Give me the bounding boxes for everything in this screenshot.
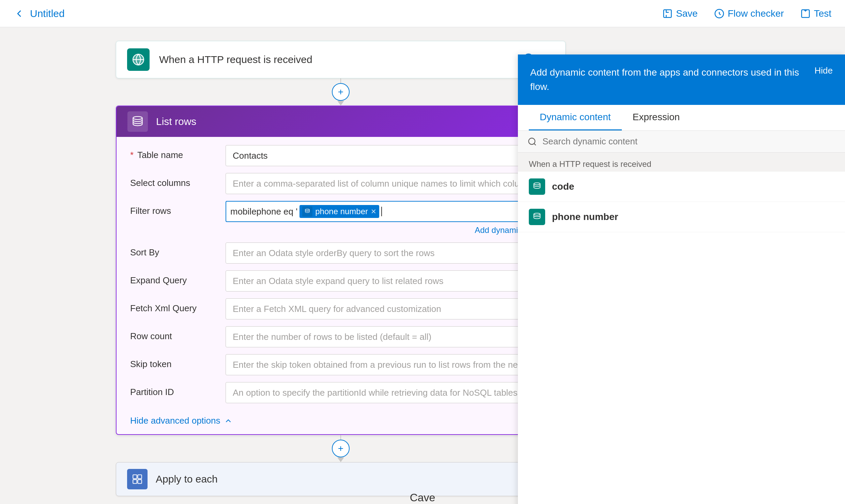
add-step-button-2[interactable]: +: [332, 440, 350, 457]
filter-tag-label: phone number: [315, 207, 368, 216]
dynamic-item-code[interactable]: code: [518, 172, 845, 202]
dynamic-panel-header: Add dynamic content from the apps and co…: [518, 54, 845, 105]
trigger-icon: [127, 48, 150, 71]
list-rows-header[interactable]: List rows: [117, 106, 565, 137]
dynamic-panel-hide-button[interactable]: Hide: [815, 65, 833, 76]
row-count-row: Row count Enter the number of rows to be…: [130, 326, 551, 347]
sort-by-input[interactable]: Enter an Odata style orderBy query to so…: [226, 242, 551, 264]
phone-db-icon: [532, 212, 542, 222]
dynamic-content-panel: Add dynamic content from the apps and co…: [518, 54, 845, 504]
dynamic-item-phone-label: phone number: [552, 211, 618, 222]
dynamic-item-phone-number[interactable]: phone number: [518, 202, 845, 232]
topbar-actions: Save Flow checker Test: [662, 8, 831, 19]
save-label: Save: [676, 8, 698, 19]
svg-line-18: [534, 143, 536, 145]
filter-rows-row: Filter rows mobilephone eq ': [130, 201, 551, 236]
add-step-button-1[interactable]: +: [332, 83, 350, 101]
table-name-required: *: [130, 150, 134, 160]
skip-token-input[interactable]: Enter the skip token obtained from a pre…: [226, 354, 551, 375]
svg-rect-13: [133, 475, 137, 478]
select-columns-placeholder: Enter a comma-separated list of column u…: [233, 178, 536, 189]
table-name-label-text: Table name: [137, 150, 183, 160]
dynamic-panel-tabs: Dynamic content Expression: [518, 105, 845, 131]
select-columns-label: Select columns: [130, 173, 226, 188]
partition-id-row: Partition ID An option to specify the pa…: [130, 382, 551, 403]
list-rows-body: * Table name Contacts Select columns Ent…: [117, 137, 565, 434]
sort-by-row: Sort By Enter an Odata style orderBy que…: [130, 242, 551, 264]
filter-tag-icon: [302, 206, 312, 217]
apply-icon-container: [127, 469, 148, 489]
list-rows-card: List rows: [116, 106, 566, 435]
dynamic-search-container: [518, 131, 845, 153]
filter-tag: phone number ✕: [299, 205, 379, 218]
fetch-xml-row: Fetch Xml Query Enter a Fetch XML query …: [130, 298, 551, 319]
table-name-row: * Table name Contacts: [130, 145, 551, 166]
select-columns-row: Select columns Enter a comma-separated l…: [130, 173, 551, 194]
code-db-icon: [532, 182, 542, 191]
apply-to-each-label: Apply to each: [156, 473, 218, 485]
apply-to-each-card[interactable]: Apply to each: [116, 462, 566, 496]
hide-advanced-label: Hide advanced options: [130, 415, 220, 426]
database-icon: [132, 115, 144, 128]
dynamic-search-input[interactable]: [542, 136, 835, 147]
save-button[interactable]: Save: [662, 8, 698, 19]
hide-advanced-button[interactable]: Hide advanced options: [130, 410, 551, 429]
canvas: When a HTTP request is received +: [0, 27, 845, 504]
tab-expression-label: Expression: [633, 112, 680, 122]
tab-dynamic-content[interactable]: Dynamic content: [529, 105, 622, 130]
test-label: Test: [814, 8, 831, 19]
table-name-label: * Table name: [130, 145, 226, 160]
expand-query-row: Expand Query Enter an Odata style expand…: [130, 270, 551, 292]
row-count-placeholder: Enter the number of rows to be listed (d…: [233, 332, 431, 342]
sort-by-placeholder: Enter an Odata style orderBy query to so…: [233, 248, 435, 258]
cave-label: Cave: [410, 491, 435, 504]
partition-id-placeholder: An option to specify the partitionId whi…: [233, 388, 518, 398]
skip-token-label: Skip token: [130, 354, 226, 369]
svg-point-20: [534, 213, 540, 215]
topbar: Untitled Save Flow checker Test: [0, 0, 845, 27]
test-button[interactable]: Test: [800, 8, 831, 19]
row-count-input[interactable]: Enter the number of rows to be listed (d…: [226, 326, 551, 347]
chevron-up-icon: [224, 416, 233, 425]
expand-query-label: Expand Query: [130, 270, 226, 286]
filter-cursor: [381, 207, 382, 216]
dynamic-item-code-icon: [529, 178, 545, 195]
select-columns-input[interactable]: Enter a comma-separated list of column u…: [226, 173, 551, 194]
sort-by-label: Sort By: [130, 242, 226, 258]
loop-icon: [132, 473, 143, 485]
trigger-label: When a HTTP request is received: [159, 54, 523, 65]
tab-dynamic-content-label: Dynamic content: [540, 112, 611, 122]
connector-arrow-2: [337, 457, 344, 462]
expand-query-input[interactable]: Enter an Odata style expand query to lis…: [226, 270, 551, 292]
dynamic-panel-header-text: Add dynamic content from the apps and co…: [530, 65, 808, 94]
partition-id-label: Partition ID: [130, 382, 226, 397]
flow-checker-label: Flow checker: [728, 8, 784, 19]
svg-point-7: [133, 116, 142, 120]
fetch-xml-placeholder: Enter a Fetch XML query for advanced cus…: [233, 304, 441, 314]
svg-rect-14: [138, 475, 141, 478]
filter-rows-input[interactable]: mobilephone eq ' phone number ✕: [226, 201, 551, 222]
partition-id-input[interactable]: An option to specify the partitionId whi…: [226, 382, 551, 403]
filter-tag-db-icon: [304, 208, 310, 215]
dynamic-item-phone-icon: [529, 209, 545, 225]
dynamic-item-code-label: code: [552, 181, 574, 192]
test-icon: [800, 9, 811, 19]
dynamic-section-label: When a HTTP request is received: [518, 153, 845, 172]
filter-text: mobilephone eq ': [230, 206, 297, 217]
svg-rect-16: [138, 479, 141, 483]
svg-point-19: [534, 183, 540, 185]
fetch-xml-input[interactable]: Enter a Fetch XML query for advanced cus…: [226, 298, 551, 319]
table-name-value: Contacts: [233, 151, 268, 161]
tab-expression[interactable]: Expression: [622, 105, 691, 130]
list-rows-title: List rows: [156, 116, 523, 127]
flow-checker-icon: [714, 9, 724, 19]
flow-checker-button[interactable]: Flow checker: [714, 8, 784, 19]
table-name-select[interactable]: Contacts: [226, 145, 551, 166]
filter-tag-close-button[interactable]: ✕: [371, 207, 377, 216]
back-button[interactable]: Untitled: [14, 8, 65, 19]
skip-token-row: Skip token Enter the skip token obtained…: [130, 354, 551, 375]
search-icon: [527, 137, 537, 146]
row-count-label: Row count: [130, 326, 226, 342]
svg-point-17: [529, 138, 535, 144]
http-trigger-card[interactable]: When a HTTP request is received: [116, 41, 566, 78]
